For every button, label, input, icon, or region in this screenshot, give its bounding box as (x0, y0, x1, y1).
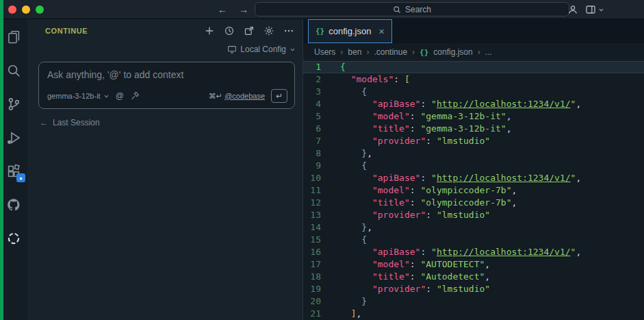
line-content: { (331, 86, 367, 98)
command-center-search[interactable]: Search (255, 2, 569, 16)
ellipsis-icon (283, 25, 294, 36)
code-line[interactable]: 19 "provider": "lmstudio" (303, 283, 644, 295)
activity-github[interactable] (5, 197, 22, 213)
code-line[interactable]: 12 "title": "olympiccoder-7b", (303, 197, 644, 209)
search-icon (6, 63, 21, 78)
code-line[interactable]: 21 ], (303, 308, 644, 320)
line-content: }, (331, 221, 372, 234)
more-actions-button[interactable] (283, 25, 294, 36)
line-content: { (331, 234, 367, 246)
line-content: "apiBase": "http://localhost:1234/v1/", (331, 98, 581, 110)
add-context-button[interactable]: @ (116, 91, 124, 101)
breadcrumb-item[interactable]: config.json (433, 47, 472, 57)
new-session-button[interactable] (204, 25, 215, 36)
code-line[interactable]: 6 "title": "gemma-3-12b-it", (303, 123, 644, 135)
breadcrumb-separator: › (478, 47, 480, 57)
code-lines[interactable]: 1{2 "models": [3 {4 "apiBase": "http://l… (303, 61, 644, 320)
config-selector[interactable]: Local Config (27, 42, 302, 56)
plus-icon (204, 25, 215, 36)
breadcrumb: Users › ben › .continue › {} config.json… (303, 43, 644, 61)
code-line[interactable]: 4 "apiBase": "http://localhost:1234/v1/"… (303, 98, 644, 110)
line-number: 20 (303, 295, 331, 308)
layout-icon (585, 4, 596, 15)
line-number: 1 (303, 61, 331, 73)
traffic-lights (8, 5, 44, 14)
open-in-new-window-button[interactable] (244, 25, 255, 36)
line-content: "apiBase": "http://localhost:1234/v1/", (331, 172, 581, 184)
activity-explorer[interactable] (5, 29, 22, 45)
run-debug-icon (6, 130, 21, 145)
breadcrumb-item[interactable]: ... (485, 47, 492, 57)
line-content: "title": "gemma-3-12b-it", (331, 123, 511, 135)
codebase-link[interactable]: @codebase (224, 92, 265, 100)
last-session-link[interactable]: ← Last Session (40, 118, 302, 127)
history-icon (224, 25, 235, 36)
extensions-badge: ▲ (16, 173, 25, 182)
model-selector-label: gemma-3-12b-it (47, 92, 101, 100)
window-edge-accent (0, 0, 3, 320)
tab-close-button[interactable]: × (378, 26, 384, 37)
shortcut-keys: ⌘↵ (209, 92, 222, 100)
history-button[interactable] (224, 25, 235, 36)
activity-extensions[interactable]: ▲ (5, 163, 22, 180)
code-line[interactable]: 15 { (303, 234, 644, 246)
breadcrumb-item[interactable]: .continue (374, 47, 407, 57)
codebase-shortcut-hint: ⌘↵ @codebase (209, 92, 265, 101)
back-arrow-icon: ← (40, 118, 48, 127)
code-line[interactable]: 13 "provider": "lmstudio" (303, 209, 644, 221)
json-file-icon: {} (315, 27, 324, 36)
minimize-window-button[interactable] (22, 5, 30, 14)
code-line[interactable]: 11 "model": "olympiccoder-7b", (303, 184, 644, 197)
search-icon (393, 5, 401, 14)
chevron-down-icon (598, 7, 604, 13)
account-button[interactable] (567, 4, 578, 15)
chat-input-box[interactable]: Ask anything, '@' to add context gemma-3… (38, 62, 295, 109)
continue-icon (6, 231, 21, 246)
open-in-new-icon (244, 25, 255, 36)
tab-label: config.json (329, 26, 371, 36)
line-content: "provider": "lmstudio" (331, 283, 490, 295)
code-line[interactable]: 16 "apiBase": "http://localhost:1234/v1/… (303, 246, 644, 258)
line-number: 2 (303, 73, 331, 86)
activity-continue[interactable] (5, 230, 22, 247)
code-line[interactable]: 3 { (303, 86, 644, 98)
model-selector[interactable]: gemma-3-12b-it (47, 92, 110, 100)
code-line[interactable]: 20 } (303, 295, 644, 308)
breadcrumb-item[interactable]: Users (314, 47, 335, 57)
gear-icon (263, 25, 274, 36)
line-content: ], (331, 308, 361, 320)
submit-button[interactable]: ↵ (271, 89, 287, 103)
chevron-down-icon (289, 47, 296, 53)
sidebar-toolbar (204, 25, 294, 36)
code-line[interactable]: 5 "model": "gemma-3-12b-it", (303, 110, 644, 123)
git-branch-icon (6, 97, 21, 112)
account-icon (567, 4, 578, 15)
line-number: 11 (303, 184, 331, 197)
code-line[interactable]: 18 "title": "Autodetect", (303, 271, 644, 283)
layout-button[interactable] (585, 4, 604, 15)
code-line[interactable]: 8 }, (303, 147, 644, 160)
line-number: 21 (303, 308, 331, 320)
code-line[interactable]: 9 { (303, 160, 644, 172)
code-line[interactable]: 1{ (303, 61, 644, 73)
settings-button[interactable] (263, 25, 274, 36)
activity-source-control[interactable] (5, 96, 22, 112)
line-content: "title": "Autodetect", (331, 271, 490, 283)
code-line[interactable]: 10 "apiBase": "http://localhost:1234/v1/… (303, 172, 644, 184)
line-number: 16 (303, 246, 331, 258)
code-line[interactable]: 14 }, (303, 221, 644, 234)
search-placeholder: Search (405, 5, 431, 14)
back-button[interactable]: ← (218, 4, 227, 15)
breadcrumb-item[interactable]: ben (348, 47, 361, 57)
tab-config-json[interactable]: {} config.json × (308, 19, 392, 43)
code-line[interactable]: 2 "models": [ (303, 73, 644, 86)
config-selector-label: Local Config (240, 45, 286, 54)
zoom-window-button[interactable] (36, 5, 44, 14)
tools-button[interactable] (130, 91, 140, 101)
code-line[interactable]: 17 "model": "AUTODETECT", (303, 258, 644, 271)
activity-run-debug[interactable] (5, 130, 22, 146)
activity-search[interactable] (5, 62, 22, 79)
forward-button[interactable]: → (239, 4, 248, 15)
close-window-button[interactable] (8, 5, 16, 14)
code-line[interactable]: 7 "provider": "lmstudio" (303, 135, 644, 147)
